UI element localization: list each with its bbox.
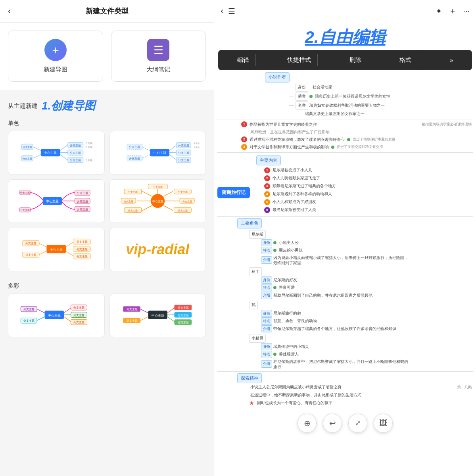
- svg-text:分支主题: 分支主题: [177, 306, 188, 309]
- c-text-3: 鹅带着尼尔斯飞过了瑞典的各个地方: [271, 182, 337, 190]
- author-detail-1: ── 身份 社会活动家: [289, 83, 473, 92]
- elf-node[interactable]: 小精灵: [249, 334, 266, 343]
- svg-text:分支主题: 分支主题: [153, 186, 162, 188]
- main-content[interactable]: 主要内容: [256, 155, 281, 166]
- toolbar-edit[interactable]: 编辑: [231, 54, 256, 66]
- c-text-4: 尼尔斯遇到了各种各样的动物和人: [271, 190, 333, 198]
- vip-label: vip-radial: [126, 241, 189, 258]
- svg-line-102: [37, 309, 44, 313]
- left-back-button[interactable]: ‹: [8, 6, 11, 16]
- elf-id-key: 身份: [261, 343, 272, 350]
- center-node[interactable]: 骑鹅旅行记: [217, 187, 250, 198]
- template-card-vip[interactable]: vip-radial: [109, 228, 206, 271]
- left-panel: ‹ 新建文件类型 ＋ 新建导图 ☰ 大纲笔记 从主题新建 1.创建导图 单色 中…: [0, 0, 214, 476]
- template-card-1[interactable]: 中心主题 分支主题 分支主题 分支主题 分支主题: [8, 131, 105, 175]
- martin-node[interactable]: 马丁: [249, 267, 262, 276]
- target-button[interactable]: ⊕: [298, 414, 317, 433]
- new-outline-label: 大纲笔记: [146, 66, 170, 73]
- svg-text:分支主题: 分支主题: [77, 255, 88, 258]
- new-outline-button[interactable]: ☰ 大纲笔记: [111, 31, 206, 82]
- add-icon[interactable]: ＋: [449, 6, 457, 16]
- author-detail-3: ── 名誉 瑞典妇女参政权利争取运动的重要人物之一: [289, 101, 473, 110]
- explore-text-3: 因时也成长为一个有爱心、有责任心的孩子: [256, 399, 334, 407]
- elf-identity: 身份 瑞典传说中的小精灵: [261, 343, 473, 350]
- toolbar-more[interactable]: »: [443, 54, 459, 66]
- new-mindmap-label: 新建导图: [44, 66, 67, 73]
- colorful-template-1[interactable]: 中心主题 分支主题 分支主题 分支主题 分支主题 分支主题: [8, 294, 105, 337]
- crane-node[interactable]: 鹤: [249, 301, 258, 309]
- svg-text:分支主题: 分支主题: [23, 157, 32, 160]
- crane-intro-val: 带领尼尔斯穿越了瑞典的各个地方，让他收获了许多珍贵的经验和知识: [272, 326, 397, 332]
- template-card-2[interactable]: 中心主题 分支主题 分支主题 分支主题 分支主题 分支主题: [109, 131, 206, 175]
- svg-text:子主题: 子主题: [194, 142, 200, 145]
- menu-icon[interactable]: ☰: [228, 6, 235, 16]
- badge-2: 2: [241, 136, 247, 142]
- c-badge-2: 2: [264, 175, 270, 181]
- main-chars-node: 主要角色: [237, 218, 473, 228]
- cursor-icon[interactable]: ✦: [436, 6, 442, 16]
- content-3: 3 鹅带着尼尔斯飞过了瑞典的各个地方: [264, 182, 473, 190]
- plus-icon: ＋: [44, 39, 67, 61]
- martin-trait: 特点 善良可爱: [261, 284, 473, 291]
- toolbar-style[interactable]: 快捷样式: [281, 54, 318, 66]
- svg-text:分支主题: 分支主题: [129, 146, 140, 148]
- mindmap-tree: 小说作者 ── 身份 社会活动家 ── 荣誉 瑞典历史上第一位获得诺贝尔文学奖的…: [214, 70, 476, 410]
- content-2: 2 小人儿骑着鹅从家里飞走了: [264, 175, 473, 182]
- author-fame: 名誉: [296, 101, 308, 110]
- author-fame-val: 瑞典妇女参政权利争取运动的重要人物之一: [308, 102, 386, 109]
- svg-text:分支主题: 分支主题: [77, 192, 88, 195]
- crane-trait-val: 智慧、勇敢、善良的动物: [272, 317, 318, 324]
- colorful-label: 多彩: [8, 282, 206, 290]
- expand-button[interactable]: ⤢: [348, 414, 367, 433]
- toolbar-format[interactable]: 格式: [393, 54, 418, 66]
- template-card-3[interactable]: 中心主题 分支主题 分支主题 分支主题 分支主题 分支主题: [8, 179, 105, 223]
- more-icon[interactable]: ···: [463, 6, 470, 15]
- crane-id-val: 尼尔斯旅行的鹤: [272, 310, 302, 317]
- content-5: 5 小人儿和鹅成为了好朋友: [264, 198, 473, 205]
- svg-text:分支主题: 分支主题: [77, 200, 88, 203]
- svg-line-76: [66, 242, 73, 248]
- works-row-1: 1 作品被指为世界儿童文学史的经典之作 被指定为瑞典学童必读课外读物: [241, 121, 473, 128]
- colorful-template-2[interactable]: 中心主题 分支主题 分支主题 分支主题 分支主题 分支主题: [109, 294, 206, 337]
- svg-text:分支主题: 分支主题: [126, 308, 137, 311]
- new-mindmap-button[interactable]: ＋ 新建导图: [8, 31, 103, 82]
- svg-line-110: [167, 308, 175, 313]
- right-back-button[interactable]: ‹: [221, 6, 223, 16]
- explore-node: 探索精神: [237, 373, 473, 384]
- svg-line-24: [169, 155, 177, 161]
- svg-line-32: [142, 155, 150, 159]
- undo-button[interactable]: ↩: [323, 414, 342, 433]
- author-honor-val: 瑞典历史上第一位获得诺贝尔文学奖的女性: [314, 93, 392, 100]
- martin-trait-key: 特点: [261, 284, 272, 291]
- crane-identity: 身份 尼尔斯旅行的鹤: [261, 310, 473, 317]
- svg-text:子主题: 子主题: [85, 142, 92, 145]
- image-button[interactable]: 🖼: [374, 414, 393, 433]
- nils-intro-key: 介绍: [261, 256, 272, 263]
- svg-line-31: [142, 147, 150, 151]
- char-elf: 小精灵: [249, 334, 473, 343]
- svg-line-12: [33, 155, 40, 159]
- martin-id-val: 尼尔斯的好友: [272, 276, 298, 284]
- svg-line-86: [39, 251, 46, 255]
- template-card-5[interactable]: 中心主题 分支主题 分支主题 分支主题 分支主题 分支主题: [8, 228, 105, 271]
- svg-line-120: [140, 317, 148, 321]
- main-content-node: 主要内容: [256, 155, 473, 166]
- c-badge-4: 4: [264, 191, 270, 197]
- colorful-section: 多彩 中心主题 分支主题 分支主题 分支主题: [0, 280, 214, 346]
- svg-line-119: [140, 309, 148, 313]
- svg-text:分支主题: 分支主题: [73, 321, 84, 324]
- svg-text:分支主题: 分支主题: [178, 209, 187, 212]
- explore-text-2: 在运过程中，他不断探索新的事物，并由此形成了新的生活方式: [249, 392, 363, 398]
- explore-2: 在运过程中，他不断探索新的事物，并由此形成了新的生活方式: [249, 391, 473, 398]
- toolbar-delete[interactable]: 删除: [343, 54, 368, 66]
- template-card-4[interactable]: 中心主题 分支主题 分支主题 分支主题 分支主题: [109, 179, 206, 223]
- svg-text:分支主题: 分支主题: [178, 159, 189, 161]
- svg-text:分支主题: 分支主题: [25, 242, 36, 245]
- svg-line-95: [64, 317, 71, 322]
- author-node[interactable]: 小说作者: [265, 72, 290, 83]
- nils-node[interactable]: 尼尔斯: [249, 230, 266, 239]
- main-chars[interactable]: 主要角色: [237, 218, 262, 228]
- explore[interactable]: 探索精神: [237, 373, 262, 384]
- svg-line-112: [167, 317, 175, 322]
- char-nils: 尼尔斯: [249, 230, 473, 239]
